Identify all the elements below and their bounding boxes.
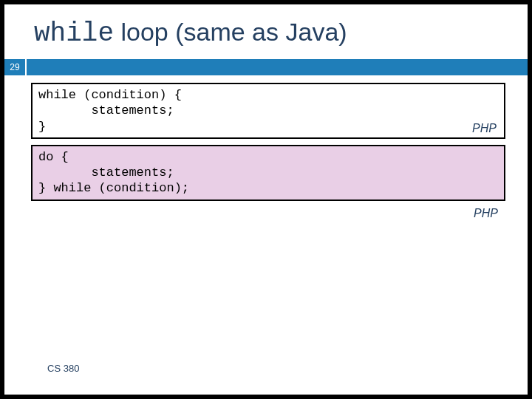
slide-title: while loop (same as Java) [4,4,528,59]
content-area: while (condition) { statements; } PHP do… [4,75,528,220]
badge-row: 29 [4,59,528,75]
slide: while loop (same as Java) 29 while (cond… [4,4,528,395]
code-dowhile: do { statements; } while (condition); [38,149,498,197]
title-rest: loop (same as Java) [114,18,347,46]
code-block-while: while (condition) { statements; } PHP [31,83,505,139]
title-mono: while [34,18,114,49]
lang-tag-1: PHP [472,121,497,136]
badge-bar [27,59,528,75]
slide-number-badge: 29 [4,59,25,75]
footer-course: CS 380 [47,363,79,374]
lang-tag-2: PHP [31,207,505,220]
code-while: while (condition) { statements; } [38,87,498,134]
code-block-dowhile: do { statements; } while (condition); [31,145,505,201]
